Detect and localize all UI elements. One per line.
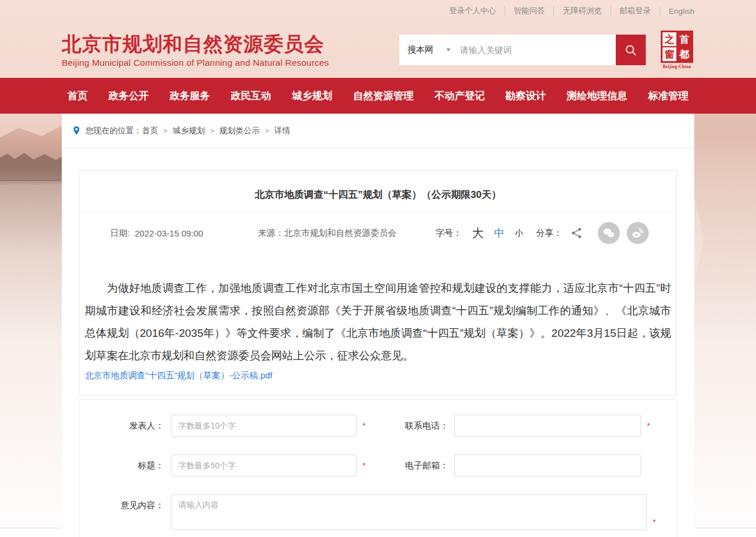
share-nodes-icon[interactable] [570, 227, 583, 239]
site-title: 北京市规划和自然资源委员会 [62, 33, 399, 55]
article-box: 北京市地质调查“十四五”规划（草案）（公示期限30天） 日期: 2022-03-… [79, 170, 677, 396]
search-bar: 搜本网 [399, 35, 646, 65]
breadcrumb-separator: > [265, 127, 269, 135]
location-pin-icon [72, 126, 81, 136]
site-logo[interactable]: 北京市规划和自然资源委员会 Beijing Municipal Commissi… [62, 32, 399, 68]
topbar-link-english[interactable]: English [660, 7, 694, 16]
search-input[interactable] [460, 35, 616, 65]
article-title: 北京市地质调查“十四五”规划（草案）（公示期限30天） [81, 188, 675, 212]
wechat-share-icon[interactable] [598, 222, 620, 244]
font-size-medium-button[interactable]: 中 [494, 226, 504, 240]
breadcrumb-plan-notices[interactable]: 规划类公示 [219, 126, 260, 136]
comment-textarea[interactable] [171, 494, 647, 530]
seal-char: 首 [677, 32, 692, 47]
search-scope-label: 搜本网 [407, 44, 433, 55]
article-meta: 日期: 2022-03-15 09:00 来源：北京市规划和自然资源委员会 字号… [81, 212, 675, 244]
capital-window-seal-logo[interactable]: 之 首 窗 都 Beijing-China [660, 31, 694, 69]
form-row: 意见内容： * [80, 494, 676, 530]
publisher-field[interactable] [171, 415, 357, 437]
seal-char: 都 [677, 47, 692, 62]
breadcrumb-current-detail: 详情 [274, 126, 290, 136]
article-body-text: 为做好地质调查工作，加强地质调查工作对北京市国土空间用途管控和规划建设的支撑能力… [85, 277, 671, 367]
date-label: 日期: [110, 228, 130, 239]
search-icon [624, 43, 638, 57]
form-row: 标题： * 电子邮箱： [80, 455, 676, 476]
email-field[interactable] [454, 455, 641, 476]
seal-char: 之 [662, 32, 677, 47]
search-scope-select[interactable]: 搜本网 [407, 44, 451, 55]
utility-bar: 登录个人中心 智能问答 无障碍浏览 邮箱登录 English [0, 0, 756, 22]
form-row: 发表人： * 联系电话： * [80, 415, 676, 437]
font-size-large-button[interactable]: 大 [472, 226, 484, 241]
required-mark: * [362, 461, 369, 470]
main-navigation: 首页 政务公开 政务服务 政民互动 城乡规划 自然资源管理 不动产登记 勘察设计… [0, 78, 756, 114]
nav-item-home[interactable]: 首页 [68, 89, 88, 103]
chevron-down-icon [446, 48, 451, 51]
content-panel: 您现在的位置： 首页 > 城乡规划 > 规划类公示 > 详情 北京市地质调查“十… [62, 114, 694, 537]
breadcrumb-urban-planning[interactable]: 城乡规划 [173, 126, 205, 136]
article-source: 北京市规划和自然资源委员会 [284, 228, 396, 239]
breadcrumb-home[interactable]: 首页 [142, 126, 158, 136]
comment-label: 意见内容： [80, 494, 171, 511]
topbar-link-mail-login[interactable]: 邮箱登录 [611, 6, 660, 16]
seal-char: 窗 [662, 47, 677, 62]
email-label: 电子邮箱： [369, 460, 454, 471]
nav-item-geomatics-info[interactable]: 测绘地理信息 [567, 89, 627, 103]
share-label: 分享： [536, 228, 562, 239]
topbar-link-smart-qa[interactable]: 智能问答 [504, 6, 553, 16]
phone-label: 联系电话： [369, 420, 454, 431]
phone-field[interactable] [454, 415, 641, 437]
nav-item-survey-design[interactable]: 勘察设计 [506, 89, 546, 103]
title-label: 标题： [80, 460, 171, 471]
site-subtitle: Beijing Municipal Commission of Planning… [62, 58, 399, 68]
breadcrumb-separator: > [210, 127, 214, 135]
breadcrumb-separator: > [163, 127, 167, 135]
article-date: 2022-03-15 09:00 [135, 228, 203, 238]
breadcrumb-prefix: 您现在的位置： [85, 126, 142, 136]
seal-caption: Beijing-China [660, 64, 694, 69]
source-label: 来源： [258, 228, 284, 239]
required-mark: * [653, 517, 660, 527]
search-button[interactable] [616, 35, 646, 65]
topbar-link-accessibility[interactable]: 无障碍浏览 [553, 6, 611, 16]
publisher-label: 发表人： [80, 420, 171, 431]
weibo-share-icon[interactable] [627, 222, 649, 244]
required-mark: * [362, 421, 369, 430]
nav-item-public-interaction[interactable]: 政民互动 [231, 89, 271, 103]
nav-item-real-estate-registration[interactable]: 不动产登记 [435, 89, 485, 103]
nav-item-urban-planning[interactable]: 城乡规划 [292, 89, 332, 103]
title-field[interactable] [171, 455, 357, 476]
nav-item-gov-services[interactable]: 政务服务 [170, 89, 210, 103]
masthead: 北京市规划和自然资源委员会 Beijing Municipal Commissi… [0, 22, 756, 78]
fontsize-label: 字号： [436, 228, 462, 239]
comment-form: 发表人： * 联系电话： * 标题： * 电子邮箱： 意见内容： * [79, 399, 677, 537]
seal-grid: 之 首 窗 都 [661, 31, 693, 63]
required-mark: * [647, 421, 654, 430]
breadcrumb: 您现在的位置： 首页 > 城乡规划 > 规划类公示 > 详情 [62, 114, 694, 148]
nav-item-standards[interactable]: 标准管理 [648, 89, 688, 103]
nav-item-gov-disclosure[interactable]: 政务公开 [108, 89, 149, 103]
nav-item-natural-resources[interactable]: 自然资源管理 [353, 89, 414, 103]
attachment-pdf-link[interactable]: 北京市地质调查“十四五”规划（草案）-公示稿.pdf [85, 370, 272, 381]
font-size-small-button[interactable]: 小 [515, 228, 523, 239]
topbar-link-login-center[interactable]: 登录个人中心 [440, 6, 504, 16]
